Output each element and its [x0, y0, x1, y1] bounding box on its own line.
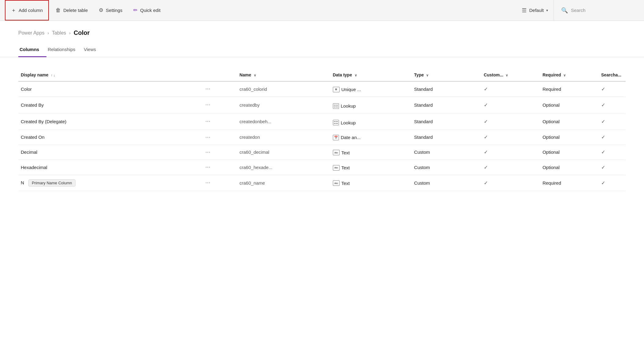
- searchable-check-icon: ✓: [601, 134, 605, 140]
- menu-icon: ☰: [522, 7, 527, 14]
- table-container: Display name ↑ ↓ Name ∨ Data type ∨ Type…: [0, 57, 644, 191]
- more-options-button[interactable]: ···: [204, 149, 212, 156]
- th-display-name[interactable]: Display name ↑ ↓: [18, 69, 202, 81]
- settings-button[interactable]: ⚙ Settings: [93, 0, 128, 20]
- cell-display-name: Created By: [18, 97, 202, 113]
- cell-display-name: Created By (Delegate): [18, 113, 202, 130]
- th-required[interactable]: Required ∨: [540, 69, 599, 81]
- table-row: Decimal ··· cra60_decimal Abc Text Custo…: [18, 145, 626, 160]
- cell-required: Required: [540, 81, 599, 97]
- cell-data-type: ⊞ Unique ...: [330, 81, 412, 97]
- custom-check-icon: ✓: [484, 87, 488, 92]
- data-type-label: Text: [341, 181, 350, 186]
- toolbar-right: ☰ Default ▾ 🔍 Search: [516, 0, 639, 20]
- more-options-button[interactable]: ···: [204, 164, 212, 171]
- custom-check-icon: ✓: [484, 102, 488, 108]
- quick-edit-label: Quick edit: [140, 8, 160, 13]
- more-options-button[interactable]: ···: [204, 179, 212, 186]
- search-area[interactable]: 🔍 Search: [554, 0, 639, 20]
- cell-display-name: Created On: [18, 130, 202, 145]
- cell-required: Optional: [540, 113, 599, 130]
- cell-data-type: Abc Text: [330, 175, 412, 191]
- breadcrumb-sep-2: ›: [69, 31, 71, 35]
- tab-columns[interactable]: Columns: [18, 43, 46, 57]
- columns-table: Display name ↑ ↓ Name ∨ Data type ∨ Type…: [18, 69, 626, 191]
- settings-label: Settings: [106, 8, 122, 13]
- display-name-text: Created On: [21, 134, 45, 140]
- default-view-button[interactable]: ☰ Default ▾: [516, 0, 554, 20]
- th-searchable[interactable]: Searcha...: [599, 69, 626, 81]
- more-options-button[interactable]: ···: [204, 134, 212, 141]
- cell-custom: ✓: [481, 160, 540, 175]
- breadcrumb-power-apps[interactable]: Power Apps: [18, 30, 44, 36]
- more-options-button[interactable]: ···: [204, 118, 212, 125]
- cell-data-type: Abc Text: [330, 160, 412, 175]
- default-label: Default: [529, 8, 544, 13]
- cell-custom: ✓: [481, 81, 540, 97]
- table-row: N Primary Name Column ··· cra60_name Abc…: [18, 175, 626, 191]
- cell-more[interactable]: ···: [202, 175, 237, 191]
- display-name-text: Created By: [21, 102, 44, 108]
- table-row: Created On ··· createdon 📅 Date an... St…: [18, 130, 626, 145]
- breadcrumb-tables[interactable]: Tables: [52, 30, 66, 36]
- data-type-icon: Abc Text: [333, 150, 350, 155]
- tab-relationships[interactable]: Relationships: [46, 43, 83, 57]
- cell-searchable: ✓: [599, 113, 626, 130]
- quick-edit-button[interactable]: ✏ Quick edit: [128, 0, 166, 20]
- searchable-check-icon: ✓: [601, 119, 605, 124]
- chevron-down-icon: ▾: [546, 8, 548, 13]
- tabs: Columns Relationships Views: [0, 43, 644, 57]
- search-placeholder: Search: [571, 8, 586, 13]
- searchable-check-icon: ✓: [601, 180, 605, 186]
- add-column-button[interactable]: ＋ Add column: [5, 0, 49, 20]
- cell-more[interactable]: ···: [202, 160, 237, 175]
- table-row: Hexadecimal ··· cra60_hexade... Abc Text…: [18, 160, 626, 175]
- more-options-button[interactable]: ···: [204, 85, 212, 93]
- cell-name: createdonbeh...: [237, 113, 330, 130]
- data-type-icon: ⊞ Unique ...: [333, 87, 361, 92]
- th-name[interactable]: Name ∨: [237, 69, 330, 81]
- pencil-icon: ✏: [133, 7, 138, 13]
- cell-searchable: ✓: [599, 130, 626, 145]
- breadcrumb-current: Color: [74, 29, 90, 36]
- display-name-text: Created By (Delegate): [21, 119, 66, 124]
- th-custom[interactable]: Custom... ∨: [481, 69, 540, 81]
- cell-more[interactable]: ···: [202, 130, 237, 145]
- cell-more[interactable]: ···: [202, 97, 237, 113]
- cell-more[interactable]: ···: [202, 113, 237, 130]
- tab-views[interactable]: Views: [83, 43, 103, 57]
- cell-type: Custom: [412, 145, 481, 160]
- cell-searchable: ✓: [599, 97, 626, 113]
- delete-table-button[interactable]: 🗑 Delete table: [50, 0, 93, 20]
- custom-check-icon: ✓: [484, 134, 488, 140]
- more-options-button[interactable]: ···: [204, 101, 212, 109]
- custom-check-icon: ✓: [484, 165, 488, 170]
- th-type[interactable]: Type ∨: [412, 69, 481, 81]
- cell-name: cra60_decimal: [237, 145, 330, 160]
- cell-required: Optional: [540, 145, 599, 160]
- cell-more[interactable]: ···: [202, 81, 237, 97]
- data-type-label: Text: [341, 150, 350, 155]
- display-name-text: Decimal: [21, 149, 37, 155]
- data-type-icon: Abc Text: [333, 165, 350, 171]
- cell-type: Standard: [412, 113, 481, 130]
- delete-table-label: Delete table: [63, 8, 88, 13]
- searchable-check-icon: ✓: [601, 149, 605, 155]
- th-data-type[interactable]: Data type ∨: [330, 69, 412, 81]
- cell-name: createdby: [237, 97, 330, 113]
- data-type-icon: Lookup: [333, 103, 356, 109]
- data-type-label: Text: [341, 165, 350, 170]
- custom-check-icon: ✓: [484, 149, 488, 155]
- cell-name: cra60_name: [237, 175, 330, 191]
- cell-data-type: Abc Text: [330, 145, 412, 160]
- cell-type: Standard: [412, 81, 481, 97]
- table-row: Created By (Delegate) ··· createdonbeh..…: [18, 113, 626, 130]
- chevron-datatype: ∨: [355, 73, 357, 77]
- chevron-type: ∨: [426, 73, 429, 77]
- cell-custom: ✓: [481, 97, 540, 113]
- search-icon: 🔍: [561, 7, 568, 14]
- cell-more[interactable]: ···: [202, 145, 237, 160]
- data-type-icon: Abc Text: [333, 180, 350, 186]
- cell-display-name: Hexadecimal: [18, 160, 202, 175]
- cell-type: Standard: [412, 130, 481, 145]
